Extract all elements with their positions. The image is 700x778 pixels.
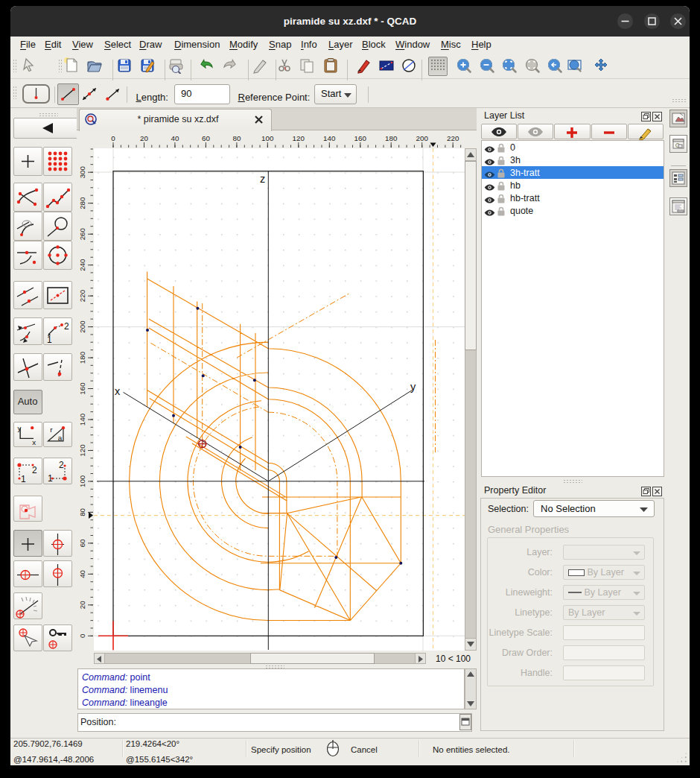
svg-text:180: 180 (385, 134, 398, 142)
svg-text:220: 220 (78, 289, 86, 302)
svg-text:280: 280 (78, 197, 86, 209)
svg-text:160: 160 (354, 134, 367, 142)
svg-text:40: 40 (78, 569, 86, 578)
svg-text:240: 240 (78, 259, 86, 271)
svg-text:60: 60 (202, 134, 210, 142)
svg-text:120: 120 (78, 444, 86, 457)
svg-text:100: 100 (78, 475, 86, 487)
svg-text:y: y (410, 381, 416, 393)
svg-text:180: 180 (78, 351, 86, 364)
svg-text:60: 60 (78, 539, 86, 547)
svg-text:200: 200 (78, 320, 86, 333)
svg-text:2: 2 (32, 465, 37, 475)
svg-text:1: 1 (47, 335, 52, 345)
svg-text:120: 120 (293, 134, 305, 142)
svg-text:r: r (50, 426, 53, 434)
svg-text:1: 1 (21, 474, 26, 484)
svg-text:40: 40 (171, 134, 179, 142)
svg-text:z: z (260, 173, 265, 185)
svg-text:220: 220 (447, 134, 459, 142)
svg-text:20: 20 (78, 601, 86, 609)
svg-text:x: x (115, 385, 121, 397)
svg-text:0: 0 (111, 134, 115, 142)
svg-text:100: 100 (261, 134, 274, 142)
svg-text:a: a (57, 434, 62, 442)
svg-text:80: 80 (232, 134, 241, 142)
svg-text:x: x (32, 438, 36, 446)
svg-text:140: 140 (78, 413, 86, 426)
svg-text:160: 160 (78, 382, 86, 395)
svg-text:0: 0 (78, 633, 86, 638)
svg-text:260: 260 (78, 227, 86, 240)
svg-text:2: 2 (64, 321, 69, 332)
svg-text:20: 20 (140, 134, 148, 142)
svg-text:80: 80 (78, 507, 86, 516)
svg-text:200: 200 (416, 134, 429, 142)
svg-text:300: 300 (78, 165, 86, 178)
svg-text:2: 2 (59, 460, 64, 470)
svg-text:y: y (17, 423, 21, 431)
svg-text:140: 140 (323, 134, 336, 142)
